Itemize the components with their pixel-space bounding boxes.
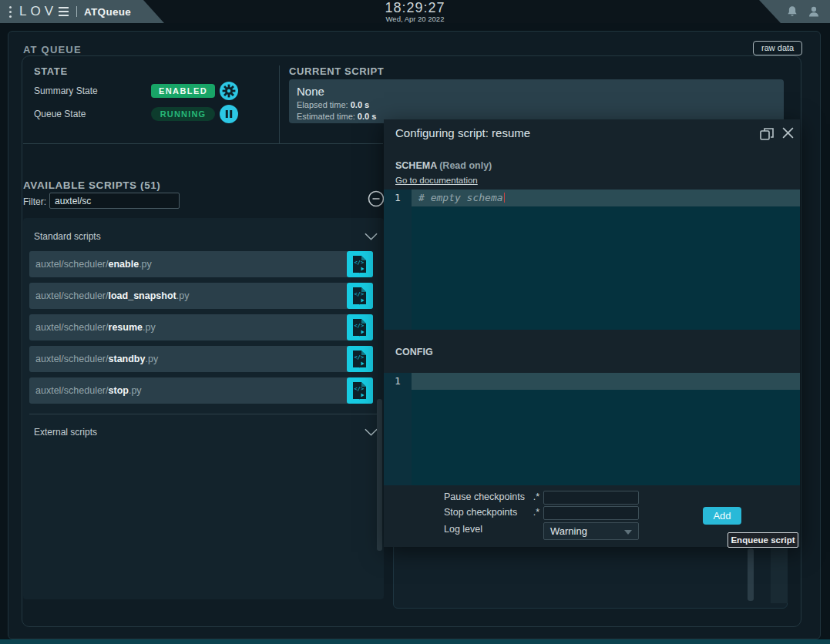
script-path: auxtel/scheduler/stop.py <box>35 385 142 396</box>
close-button[interactable] <box>779 126 796 142</box>
current-script-title: CURRENT SCRIPT <box>289 65 384 77</box>
configure-script-modal: Configuring script: resume SCHEMA (Read … <box>384 119 800 547</box>
svg-text:</>: </> <box>355 323 365 329</box>
stop-checkpoints-row: Stop checkpoints .* <box>444 507 539 518</box>
pause-icon <box>220 105 238 123</box>
schema-code-text: # empty schema <box>418 192 505 203</box>
section-divider <box>23 143 383 144</box>
script-dir: auxtel/scheduler/ <box>35 385 109 396</box>
raw-data-button[interactable]: raw data <box>753 41 802 55</box>
summary-state-config-button[interactable] <box>220 82 238 100</box>
pause-checkpoints-input[interactable] <box>543 491 639 505</box>
pause-checkpoints-hint: .* <box>533 491 539 502</box>
script-name: enable <box>109 259 139 270</box>
user-icon[interactable] <box>807 5 821 18</box>
bell-icon[interactable] <box>785 5 799 18</box>
current-script-card: None Elapsed time: 0.0 s Estimated time:… <box>289 79 784 123</box>
external-scripts-group[interactable]: External scripts <box>34 424 378 440</box>
collapse-panel-button[interactable] <box>368 190 385 207</box>
state-section-title: STATE <box>34 65 68 77</box>
queue-state-badge: RUNNING <box>151 107 215 121</box>
pause-checkpoints-label: Pause checkpoints <box>444 491 525 502</box>
script-path: auxtel/scheduler/enable.py <box>35 259 152 270</box>
svg-text:</>: </> <box>355 386 365 392</box>
summary-state-badge: ENABLED <box>151 84 215 98</box>
standard-scripts-group[interactable]: Standard scripts <box>34 229 378 244</box>
queue-background-card <box>393 539 788 609</box>
schema-placeholder: # empty schema <box>418 192 503 203</box>
estimated-time-value: 0.0 s <box>358 112 376 121</box>
config-editor[interactable]: 1 <box>384 373 800 485</box>
script-name: stop <box>109 385 129 396</box>
chevron-down-icon <box>365 233 378 240</box>
elapsed-time-label: Elapsed time: <box>297 100 351 109</box>
menu-dots-icon[interactable] <box>9 6 12 18</box>
estimated-time: Estimated time: 0.0 s <box>297 112 376 121</box>
estimated-time-label: Estimated time: <box>297 112 358 121</box>
scripts-scrollbar-thumb[interactable] <box>377 399 382 551</box>
bottom-strip <box>0 639 830 644</box>
script-dir: auxtel/scheduler/ <box>35 259 109 270</box>
queue-scrollbar-thumb[interactable] <box>748 548 754 601</box>
script-path: auxtel/scheduler/load_snapshot.py <box>35 290 189 301</box>
log-level-label: Log level <box>444 524 482 535</box>
top-bar: LOV ATQueue 18:29:27 Wed, Apr 20 2022 <box>0 0 830 23</box>
launch-script-button[interactable]: </> <box>347 377 373 404</box>
filter-input[interactable] <box>49 193 180 209</box>
launch-script-button[interactable]: </> <box>347 346 373 372</box>
script-row-standby[interactable]: auxtel/scheduler/standby.py </> <box>29 346 373 372</box>
filter-label: Filter: <box>23 196 46 207</box>
queue-scrollbar-track <box>771 547 788 603</box>
logo-separator <box>76 6 77 17</box>
script-ext: .py <box>139 259 152 270</box>
popout-button[interactable] <box>758 126 775 142</box>
script-name: standby <box>109 354 146 364</box>
current-script-name: None <box>297 85 324 98</box>
schema-title-text: SCHEMA <box>395 160 437 171</box>
script-row-load-snapshot[interactable]: auxtel/scheduler/load_snapshot.py </> <box>29 283 373 309</box>
chevron-down-icon <box>365 428 378 436</box>
launch-script-button[interactable]: </> <box>347 314 373 340</box>
script-launch-icon: </> <box>352 381 368 400</box>
pause-checkpoints-row: Pause checkpoints .* <box>444 491 539 502</box>
elapsed-time-value: 0.0 s <box>351 100 369 109</box>
log-level-value: Warning <box>550 525 587 537</box>
script-launch-icon: </> <box>352 318 368 337</box>
script-launch-icon: </> <box>352 350 368 368</box>
select-caret-icon <box>624 530 632 535</box>
schema-editor[interactable]: 1 # empty schema <box>384 190 800 330</box>
launch-script-button[interactable]: </> <box>347 283 373 309</box>
stop-checkpoints-input[interactable] <box>543 506 639 520</box>
documentation-link[interactable]: Go to documentation <box>395 176 478 185</box>
top-bar-right <box>759 0 830 23</box>
script-dir: auxtel/scheduler/ <box>35 322 109 333</box>
script-dir: auxtel/scheduler/ <box>35 354 109 364</box>
script-row-enable[interactable]: auxtel/scheduler/enable.py </> <box>29 251 373 277</box>
queue-pause-button[interactable] <box>220 105 238 123</box>
script-launch-icon: </> <box>352 255 368 273</box>
svg-text:</>: </> <box>355 354 365 361</box>
stop-checkpoints-label: Stop checkpoints <box>444 507 517 518</box>
script-ext: .py <box>129 385 142 396</box>
script-ext: .py <box>143 322 156 333</box>
schema-line-number: 1 <box>384 192 412 203</box>
launch-script-button[interactable]: </> <box>347 251 373 277</box>
script-ext: .py <box>176 290 190 301</box>
svg-text:</>: </> <box>355 291 365 297</box>
log-level-row: Log level <box>444 524 539 535</box>
logo-e-icon <box>59 7 69 16</box>
script-row-stop[interactable]: auxtel/scheduler/stop.py </> <box>29 377 373 404</box>
script-name: load_snapshot <box>109 290 176 301</box>
minus-circle-icon <box>368 190 385 207</box>
schema-section-title: SCHEMA (Read only) <box>395 160 492 171</box>
script-ext: .py <box>145 354 158 364</box>
screen: LOV ATQueue 18:29:27 Wed, Apr 20 2022 AT… <box>0 0 830 644</box>
summary-state-label: Summary State <box>34 86 98 96</box>
state-divider <box>279 65 280 143</box>
add-button[interactable]: Add <box>703 507 741 525</box>
schema-editor-gutter <box>384 190 412 330</box>
love-logo: LOV <box>19 4 69 19</box>
script-row-resume[interactable]: auxtel/scheduler/resume.py </> <box>29 314 373 340</box>
log-level-select[interactable]: Warning <box>543 522 639 540</box>
app-title: ATQueue <box>84 6 131 18</box>
